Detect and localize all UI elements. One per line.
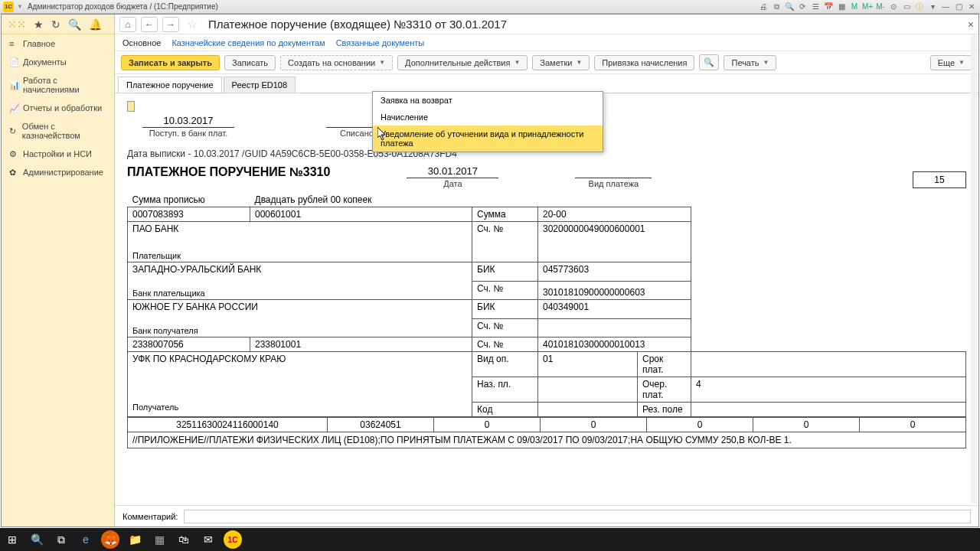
bik2-value: 040349001 [538, 300, 691, 319]
taskview-icon[interactable]: ⧉ [52, 530, 70, 549]
docs-icon: 📄 [9, 57, 18, 67]
title-dd-icon[interactable]: ▼ [17, 3, 23, 10]
home-button[interactable]: ⌂ [119, 17, 136, 32]
sidebar-item-main[interactable]: ≡Главное [2, 34, 114, 53]
exchange-icon: ↻ [9, 126, 18, 135]
comment-input[interactable] [184, 510, 971, 523]
home-icon: ≡ [9, 39, 18, 48]
tb-icon[interactable]: ▦ [836, 2, 847, 11]
payer-bank-label: Банк плательщика [132, 289, 467, 298]
payer-inn: 0007083893 [128, 207, 250, 222]
start-icon[interactable]: ⊞ [3, 530, 21, 549]
charges-icon: 📊 [9, 80, 18, 90]
tb-icon[interactable]: ☰ [810, 2, 821, 11]
link-tab-treasury[interactable]: Казначейские сведения по документам [172, 38, 325, 47]
recv-bank-label: Банк получателя [132, 326, 467, 335]
sidebar-item-label: Отчеты и обработки [23, 103, 102, 112]
document-title: Платежное поручение (входящее) №3310 от … [208, 18, 507, 31]
payment-purpose: //ПРИЛОЖЕНИЕ//ПЛАТЕЖИ ФИЗИЧЕСКИХ ЛИЦ (ED… [127, 432, 966, 448]
recv-inn: 2338007056 [128, 337, 250, 352]
code-0: 32511630024116000140 [128, 418, 328, 432]
sum-label: Сумма [472, 207, 538, 222]
back-button[interactable]: ← [141, 17, 158, 32]
tb-icon[interactable]: 🔍 [784, 2, 795, 11]
tab-reestr[interactable]: Реестр ED108 [224, 77, 296, 93]
sum-words-value: Двадцать рублей 00 копеек [250, 193, 691, 207]
create-based-button[interactable]: Создать на основании▼ [280, 55, 393, 70]
more-button[interactable]: Еще▼ [930, 55, 972, 70]
link-tab-main[interactable]: Основное [122, 38, 161, 47]
scrollbar[interactable] [971, 34, 977, 504]
tb-icon[interactable]: 📅 [823, 2, 834, 11]
acc-label3: Сч. № [472, 318, 538, 337]
history-icon[interactable]: ↻ [51, 18, 60, 31]
explorer-icon[interactable]: 📁 [126, 530, 144, 549]
tb-icon[interactable]: ▭ [901, 2, 912, 11]
bik-label2: БИК [472, 300, 538, 319]
payer-name: ПАО БАНК [132, 223, 467, 234]
save-button[interactable]: Записать [224, 55, 276, 70]
bank-date-value: 10.03.2017 [142, 115, 234, 128]
tb-icon[interactable]: ⟳ [797, 2, 808, 11]
link-tab-related[interactable]: Связанные документы [336, 38, 425, 47]
doc-date-value: 30.01.2017 [407, 165, 498, 178]
sidebar-item-label: Работа с начислениями [23, 76, 106, 94]
tb-dd-icon[interactable]: ▾ [927, 2, 938, 11]
firefox-icon[interactable]: 🦊 [101, 530, 119, 549]
sidebar-item-charges[interactable]: 📊Работа с начислениями [2, 71, 114, 99]
app-icon[interactable]: ▦ [150, 530, 168, 549]
tb-icon[interactable]: ⊙ [888, 2, 899, 11]
maximize-icon[interactable]: ▢ [953, 2, 964, 11]
tb-icon[interactable]: ⧉ [771, 2, 782, 11]
sidebar-item-reports[interactable]: 📈Отчеты и обработки [2, 99, 114, 117]
tab-payment-order[interactable]: Платежное поручение [118, 77, 222, 93]
bell-icon[interactable]: 🔔 [89, 18, 102, 31]
print-button[interactable]: Печать▼ [724, 55, 776, 70]
receiver-label: Получатель [132, 403, 467, 412]
form-number-box: 15 [913, 171, 966, 188]
help-icon[interactable]: ⓘ [914, 2, 925, 11]
save-close-button[interactable]: Записать и закрыть [121, 55, 220, 70]
store-icon[interactable]: 🛍 [175, 530, 193, 549]
tb-icon[interactable]: M- [875, 2, 886, 11]
dropdown-item-return[interactable]: Заявка на возврат [373, 92, 603, 109]
tb-icon[interactable]: M+ [862, 2, 873, 11]
minimize-icon[interactable]: — [940, 2, 951, 11]
chevron-down-icon: ▼ [576, 59, 582, 66]
notes-button[interactable]: Заметки▼ [532, 55, 590, 70]
recv-kpp: 233801001 [250, 337, 472, 352]
sidebar-item-settings[interactable]: ⚙Настройки и НСИ [2, 145, 114, 163]
chevron-down-icon: ▼ [379, 59, 385, 66]
additional-actions-button[interactable]: Дополнительные действия▼ [397, 55, 528, 70]
sidebar-item-admin[interactable]: ✿Администрирование [2, 163, 114, 181]
paytype-label: Вид платежа [575, 179, 652, 188]
acc3-value: 40101810300000010013 [538, 337, 691, 352]
search-tb-icon[interactable]: 🔍 [28, 530, 46, 549]
dropdown-item-charge[interactable]: Начисление [373, 109, 603, 126]
reports-icon: 📈 [9, 103, 18, 112]
search-icon[interactable]: 🔍 [68, 18, 81, 31]
tb-icon[interactable]: M [849, 2, 860, 11]
dropdown-item-notification[interactable]: Уведомление об уточнении вида и принадле… [373, 126, 603, 152]
sidebar-item-label: Главное [23, 39, 55, 48]
star-icon[interactable]: ★ [34, 18, 44, 31]
icon-button[interactable]: 🔍 [699, 54, 719, 70]
ocher-value: 4 [691, 377, 966, 403]
bind-button[interactable]: Привязка начисления [594, 55, 694, 70]
tb-icon[interactable]: 🖨 [758, 2, 769, 11]
sidebar-item-exchange[interactable]: ↻Обмен с казначейством [2, 117, 114, 145]
1c-icon[interactable]: 1C [224, 530, 242, 549]
fav-star-icon[interactable]: ☆ [187, 17, 198, 31]
forward-button[interactable]: → [162, 17, 179, 32]
admin-icon: ✿ [9, 168, 18, 177]
edge-icon[interactable]: e [77, 530, 95, 549]
create-based-dropdown: Заявка на возврат Начисление Уведомление… [372, 91, 603, 152]
code-5: 0 [753, 418, 860, 432]
apps-icon[interactable]: ⁙⁙ [8, 18, 26, 31]
sidebar-item-docs[interactable]: 📄Документы [2, 53, 114, 71]
sidebar-item-label: Документы [23, 57, 67, 67]
tab-close-icon[interactable]: × [968, 18, 974, 31]
mail-icon[interactable]: ✉ [199, 530, 217, 549]
app-logo-icon: 1C [3, 2, 14, 12]
close-icon[interactable]: ✕ [966, 2, 977, 11]
